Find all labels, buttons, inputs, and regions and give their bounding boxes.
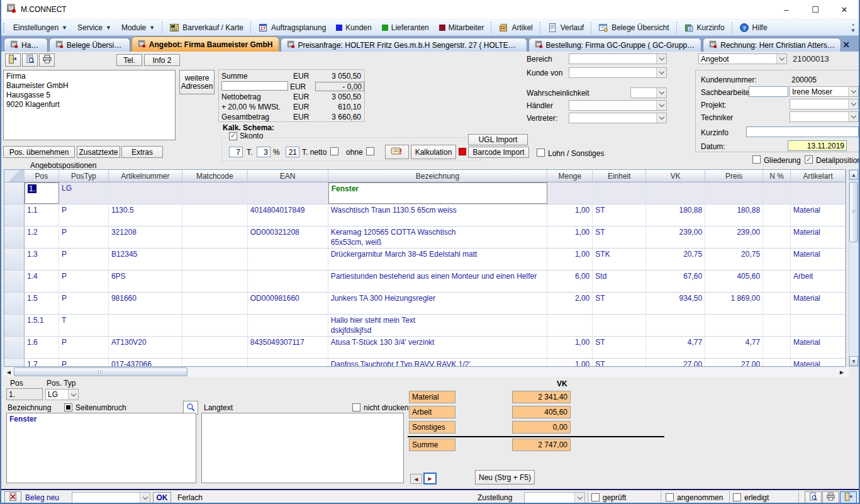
column-header-vk[interactable]: VK [646, 170, 705, 182]
erledigt-checkbox[interactable] [733, 493, 741, 501]
cell-artikelart[interactable]: Material [791, 337, 846, 358]
cell-ean[interactable] [248, 182, 328, 204]
geprueft-checkbox[interactable] [591, 493, 600, 501]
cell-bezeichnung[interactable]: Waschtisch Traun 1130.5 65cm weiss [328, 204, 548, 226]
detailposition-checkbox[interactable] [805, 155, 813, 164]
seitenumbruch-checkbox[interactable] [64, 403, 72, 412]
cell-artikelart[interactable]: Material [791, 293, 846, 314]
cell-bezeichnung[interactable]: Keramag 120565 COTTA Waschtisch 65x53cm,… [328, 227, 548, 248]
scroll-up-arrow[interactable]: ▲ [849, 170, 858, 180]
cell-matchcode[interactable] [182, 293, 248, 314]
pos-uebernehmen-button[interactable]: Pos. übernehmen [3, 146, 75, 158]
cell-ean[interactable]: 4014804017849 [248, 204, 328, 226]
address-field[interactable]: Firma Baumeister GmbH Hausgasse 5 9020 K… [3, 70, 176, 140]
cell-pos[interactable]: 1.7 [25, 359, 59, 367]
cell-preis[interactable]: 20,75 [705, 249, 763, 270]
gliederung-checkbox[interactable] [752, 155, 761, 164]
table-row[interactable]: 1.3 P B12345 Drückergarnitur March 38-45… [4, 249, 846, 271]
tage-netto-checkbox[interactable] [330, 147, 338, 155]
cell-ean[interactable]: 8435049307117 [248, 337, 328, 358]
beleg-neu-label[interactable]: Beleg neu [25, 493, 59, 502]
beleg-neu-select[interactable] [72, 492, 150, 503]
cell-matchcode[interactable] [182, 359, 248, 367]
cell-ean[interactable]: OD000321208 [248, 227, 328, 248]
cell-einheit[interactable]: ST [593, 227, 646, 248]
tab-bestellung[interactable]: M Bestellung: Firma GC-Gruppe ( GC-Grupp… [528, 38, 702, 52]
toolbar-auftragsplanung-button[interactable]: 17 Auftragsplanung [253, 21, 331, 35]
cell-einheit[interactable] [593, 315, 646, 336]
cell-artikelnummer[interactable]: 017-437066 [109, 359, 182, 367]
kunde-von-select[interactable] [569, 67, 667, 78]
cell-einheit[interactable]: ST [593, 293, 646, 314]
cell-bezeichnung[interactable]: Partiestunden bestehend aus einen Monteu… [328, 271, 548, 292]
neu-button[interactable]: Neu (Strg + F5) [475, 470, 535, 484]
tab-close-icon[interactable]: ✕ [842, 40, 850, 49]
close-button[interactable]: ✕ [830, 0, 859, 19]
cell-matchcode[interactable] [182, 315, 248, 336]
toolbar-artikel-button[interactable]: Artikel [493, 21, 537, 35]
close-form-button[interactable] [5, 53, 21, 67]
cell-menge[interactable] [547, 315, 593, 336]
cell-postyp[interactable]: P [59, 359, 109, 367]
toolbar-hilfe-button[interactable]: ? Hilfe [734, 21, 773, 35]
cell-preis[interactable]: 4,77 [705, 337, 763, 358]
table-row[interactable]: 1.2 P 321208 OD000321208 Keramag 120565 … [4, 227, 846, 249]
toolbar-overflow-button[interactable]: »▼ [849, 22, 859, 33]
cell-nprozent[interactable] [763, 227, 791, 248]
cell-einheit[interactable]: ST [593, 204, 646, 226]
cell-pos[interactable]: 1.3 [25, 249, 59, 270]
row-selector[interactable] [4, 249, 25, 270]
column-header-bezeichnung[interactable]: Bezeichnung [328, 170, 548, 182]
row-selector[interactable] [4, 271, 25, 292]
cell-ean[interactable] [248, 249, 328, 270]
cell-preis[interactable]: 27,00 [705, 359, 763, 367]
toolbar-kurzinfo-button[interactable]: i Kurzinfo [679, 21, 730, 35]
cell-preis[interactable] [705, 182, 763, 204]
cell-bezeichnung[interactable]: Junkers TA 300 Heizungsregler [328, 293, 548, 314]
techniker-select[interactable] [790, 111, 859, 122]
cell-postyp[interactable]: P [59, 337, 109, 358]
cell-matchcode[interactable] [182, 227, 248, 248]
cell-artikelart[interactable]: Material [791, 249, 846, 270]
scroll-thumb[interactable] [14, 367, 187, 376]
menu-service[interactable]: Service▼ [72, 21, 116, 35]
cell-vk[interactable]: 20,75 [646, 249, 705, 270]
cell-nprozent[interactable] [763, 249, 791, 270]
langtext-textarea[interactable] [201, 413, 404, 483]
maximize-button[interactable]: ☐ [801, 0, 830, 19]
scroll-left-arrow[interactable]: ◄ [6, 368, 12, 376]
cell-artikelnummer[interactable] [109, 315, 182, 336]
cell-matchcode[interactable] [182, 271, 248, 292]
wahrscheinlichkeit-select[interactable] [630, 87, 667, 98]
cell-nprozent[interactable] [763, 359, 791, 367]
toolbar-lieferanten-button[interactable]: Lieferanten [377, 21, 434, 35]
row-selector[interactable] [4, 182, 25, 204]
cell-artikelnummer[interactable]: B12345 [109, 249, 182, 270]
cell-postyp[interactable]: P [59, 271, 109, 292]
cell-einheit[interactable]: ST [593, 359, 646, 367]
menu-einstellungen[interactable]: Einstellungen▼ [8, 21, 72, 35]
sachbearbeiter-select[interactable]: Irene Moser [790, 86, 859, 97]
skonto-tage-input[interactable]: 7 [229, 147, 243, 157]
cell-menge[interactable]: 1,00 [547, 204, 593, 226]
zusatztexte-button[interactable]: Zusatztexte [77, 146, 120, 158]
cell-vk[interactable]: 27,00 [646, 359, 705, 367]
cell-pos[interactable]: 1.4 [25, 271, 59, 292]
toolbar-kunden-button[interactable]: Kunden [331, 21, 376, 35]
sachbearbeiter-code-input[interactable] [749, 86, 788, 97]
projekt-select[interactable] [790, 99, 859, 109]
cell-menge[interactable]: 6,00 [547, 271, 593, 292]
ohne-checkbox[interactable] [366, 147, 374, 155]
cell-bezeichnung[interactable]: Hallo hier steht mein Text dskjfdslkjfsd [328, 315, 548, 336]
cell-vk[interactable]: 934,50 [646, 293, 705, 314]
column-header-pos[interactable]: Pos [25, 170, 59, 182]
info2-button[interactable]: Info 2 [144, 54, 180, 66]
table-row[interactable]: 1.1 P 1130.5 4014804017849 Waschtisch Tr… [4, 204, 846, 227]
kalk-warning-button[interactable]: ! [385, 145, 409, 159]
cell-postyp[interactable]: P [59, 227, 109, 248]
cell-bezeichnung[interactable]: Drückergarnitur March 38-45 Edelstahl ma… [328, 249, 548, 270]
table-row[interactable]: 1.4 P 6PS Partiestunden bestehend aus ei… [4, 271, 846, 293]
cell-vk[interactable] [646, 315, 705, 336]
table-vertical-scrollbar[interactable]: ▲ ▼ [849, 169, 859, 367]
table-horizontal-scrollbar[interactable]: ◄ ► [4, 367, 849, 377]
